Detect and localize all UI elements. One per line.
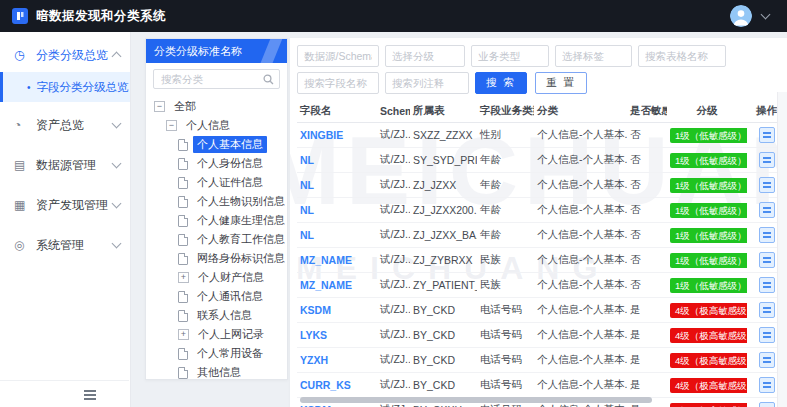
vertical-scrollbar-track xyxy=(777,92,787,407)
cell-business-type: 年龄 xyxy=(477,203,534,217)
cell-business-type: 电话号码 xyxy=(477,403,534,407)
tree-node[interactable]: 个人证件信息 xyxy=(146,173,287,192)
tree-node-label: 联系人信息 xyxy=(193,307,256,324)
collapse-icon: − xyxy=(154,101,165,112)
tree-node[interactable]: 个人常用设备 xyxy=(146,344,287,363)
cell-category: 个人信息-个人基本... xyxy=(534,128,627,142)
edit-action-icon[interactable] xyxy=(759,202,775,218)
edit-action-icon[interactable] xyxy=(759,177,775,193)
sidebar-subitem-field-classification-overview[interactable]: •字段分类分级总览 xyxy=(0,72,130,102)
file-icon xyxy=(178,310,188,322)
chevron-up-icon xyxy=(112,52,122,62)
cell-business-type: 电话号码 xyxy=(477,303,534,317)
cell-table-name: ZY_PATIENT_I... xyxy=(410,279,477,291)
sidebar-item-classification-overview[interactable]: ◷分类分级总览 xyxy=(0,38,130,72)
edit-action-icon[interactable] xyxy=(759,227,775,243)
cell-level: 1级（低敏感级） xyxy=(667,178,747,193)
horizontal-scrollbar-thumb[interactable] xyxy=(300,397,652,403)
tree-search-input[interactable] xyxy=(159,72,259,86)
cell-table-name: ZJ_ZYBRXX xyxy=(410,254,477,266)
level-badge: 4级（极高敏感级） xyxy=(670,378,747,393)
edit-action-icon[interactable] xyxy=(759,327,775,343)
tree-node[interactable]: 个人健康生理信息 xyxy=(146,211,287,230)
filter-search-table-name-input[interactable] xyxy=(638,45,726,67)
sidebar-footer xyxy=(0,380,129,407)
tree-node[interactable]: +个人财产信息 xyxy=(146,268,287,287)
cell-sensitive: 是 xyxy=(627,303,667,317)
filter-datasource-schema-input[interactable] xyxy=(297,45,379,67)
cell-field-name[interactable]: NL xyxy=(297,204,377,216)
filter-select-tag-input[interactable] xyxy=(555,45,632,67)
sidebar-item-asset-discovery-management[interactable]: ▦资产发现管理 xyxy=(0,188,130,222)
tree-node[interactable]: 个人基本信息 xyxy=(146,135,287,154)
sidebar-item-datasource-management[interactable]: ▤数据源管理 xyxy=(0,148,130,182)
cell-sensitive: 是 xyxy=(627,403,667,407)
tree-panel-title: 分类分级标准名称 xyxy=(154,44,242,59)
cell-field-name[interactable]: NL xyxy=(297,154,377,166)
file-icon xyxy=(178,215,188,227)
chevron-down-icon xyxy=(112,199,122,209)
cell-field-name[interactable]: NL xyxy=(297,229,377,241)
app-logo-icon xyxy=(12,8,28,24)
cell-sensitive: 是 xyxy=(627,328,667,342)
cell-business-type: 性别 xyxy=(477,128,534,142)
tree-node[interactable]: −个人信息 xyxy=(146,116,287,135)
file-icon xyxy=(178,253,188,265)
cell-field-name[interactable]: CURR_KS xyxy=(297,379,377,391)
cell-sensitive: 否 xyxy=(627,153,667,167)
edit-action-icon[interactable] xyxy=(759,302,775,318)
filter-select-level-input[interactable] xyxy=(385,45,465,67)
tree-node[interactable]: 其他信息 xyxy=(146,363,287,382)
cell-field-name[interactable]: NL xyxy=(297,179,377,191)
level-badge: 1级（低敏感级） xyxy=(670,178,747,193)
cell-sensitive: 否 xyxy=(627,228,667,242)
tree-node[interactable]: 个人生物识别信息 xyxy=(146,192,287,211)
cell-sensitive: 否 xyxy=(627,128,667,142)
sidebar-item-system-management[interactable]: ◎系统管理 xyxy=(0,228,130,262)
cell-field-name[interactable]: LYKS xyxy=(297,329,377,341)
sidebar-item-asset-overview[interactable]: ◔资产总览 xyxy=(0,108,130,142)
collapse-sidebar-icon[interactable] xyxy=(84,390,96,392)
tree-node[interactable]: 联系人信息 xyxy=(146,306,287,325)
cell-level: 4级（极高敏感级） xyxy=(667,303,747,318)
user-menu-chevron-down-icon[interactable] xyxy=(761,10,771,20)
column-header-1: Schema xyxy=(377,105,410,117)
edit-action-icon[interactable] xyxy=(759,377,775,393)
cell-business-type: 年龄 xyxy=(477,228,534,242)
expand-icon: + xyxy=(178,329,189,340)
cell-level: 1级（低敏感级） xyxy=(667,278,747,293)
tree-node[interactable]: 网络身份标识信息 xyxy=(146,249,287,268)
tree-node[interactable]: 个人教育工作信息 xyxy=(146,230,287,249)
tree-node[interactable]: +个人上网记录 xyxy=(146,325,287,344)
tree-node-label: 个人常用设备 xyxy=(193,345,267,362)
tree-node[interactable]: 个人通讯信息 xyxy=(146,287,287,306)
edit-action-icon[interactable] xyxy=(759,402,775,407)
cell-category: 个人信息-个人基本... xyxy=(534,278,627,292)
cell-category: 个人信息-个人基本... xyxy=(534,178,627,192)
cell-business-type: 年龄 xyxy=(477,153,534,167)
tree-node[interactable]: 个人身份信息 xyxy=(146,154,287,173)
edit-action-icon[interactable] xyxy=(759,277,775,293)
edit-action-icon[interactable] xyxy=(759,252,775,268)
cell-field-name[interactable]: YZXH xyxy=(297,354,377,366)
cell-field-name[interactable]: MZ_NAME xyxy=(297,279,377,291)
sidebar: ◷分类分级总览•字段分类分级总览◔资产总览▤数据源管理▦资产发现管理◎系统管理 xyxy=(0,32,131,407)
search-button[interactable]: 搜 索 xyxy=(475,72,527,94)
tree-node[interactable]: −全部 xyxy=(146,97,287,116)
reset-button[interactable]: 重 置 xyxy=(535,72,587,94)
column-header-2: 所属表 xyxy=(410,104,477,118)
edit-action-icon[interactable] xyxy=(759,352,775,368)
cell-field-name[interactable]: XINGBIE xyxy=(297,129,377,141)
user-avatar[interactable] xyxy=(730,5,752,27)
level-badge: 1级（低敏感级） xyxy=(670,253,747,268)
clock-icon: ◷ xyxy=(14,48,28,62)
filter-search-column-comment-input[interactable] xyxy=(385,72,469,94)
edit-action-icon[interactable] xyxy=(759,152,775,168)
filter-business-type-input[interactable] xyxy=(471,45,549,67)
ring-icon: ◎ xyxy=(14,238,28,252)
cell-field-name[interactable]: KSDM xyxy=(297,304,377,316)
filter-search-field-name-input[interactable] xyxy=(297,72,379,94)
edit-action-icon[interactable] xyxy=(759,127,775,143)
main-panel: MEICHUANG MEICHUANG 搜 索重 置 字段名Schema所属表字… xyxy=(290,38,787,407)
cell-field-name[interactable]: MZ_NAME xyxy=(297,254,377,266)
